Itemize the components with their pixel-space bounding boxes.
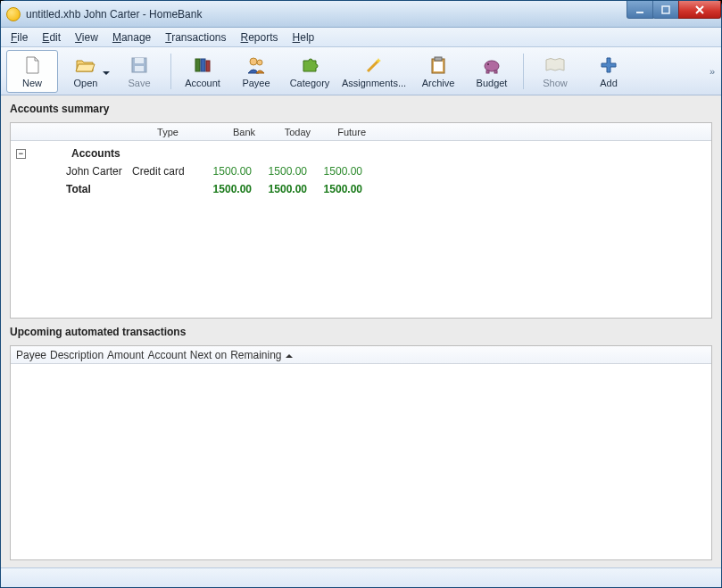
new-button[interactable]: New xyxy=(6,50,58,93)
save-label: Save xyxy=(128,78,150,88)
plus-icon xyxy=(598,54,619,76)
svg-rect-5 xyxy=(195,59,200,71)
puzzle-icon xyxy=(299,54,320,76)
svg-rect-7 xyxy=(206,61,210,71)
assignments-button[interactable]: Assignments... xyxy=(337,50,411,93)
account-button[interactable]: Account xyxy=(177,50,228,93)
accounts-group-row[interactable]: − Accounts xyxy=(16,145,706,162)
total-today-value: 1500.00 xyxy=(252,183,307,195)
svg-point-8 xyxy=(250,58,257,65)
total-label: Total xyxy=(16,183,132,195)
save-icon xyxy=(129,54,150,76)
svg-point-9 xyxy=(257,60,262,65)
accounts-group-label: Accounts xyxy=(31,147,147,160)
account-today-value: 1500.00 xyxy=(252,165,307,178)
save-button[interactable]: Save xyxy=(113,50,165,93)
col-next-on[interactable]: Next on xyxy=(190,349,227,361)
archive-label: Archive xyxy=(422,78,455,88)
svg-rect-0 xyxy=(636,12,643,13)
col-payee[interactable]: Payee xyxy=(16,349,46,361)
wand-icon xyxy=(363,54,385,76)
menu-manage[interactable]: Manage xyxy=(106,29,157,46)
menu-help[interactable]: Help xyxy=(286,29,321,46)
clipboard-icon xyxy=(427,54,449,76)
col-amount[interactable]: Amount xyxy=(107,349,144,361)
statusbar xyxy=(1,567,721,587)
svg-rect-11 xyxy=(435,57,442,61)
svg-rect-12 xyxy=(434,62,443,71)
menu-file[interactable]: File xyxy=(4,29,34,46)
svg-rect-15 xyxy=(486,70,489,73)
payee-label: Payee xyxy=(242,78,270,88)
col-account[interactable]: Account xyxy=(147,349,186,361)
category-button[interactable]: Category xyxy=(284,50,336,93)
maximize-button[interactable] xyxy=(652,1,679,19)
svg-point-13 xyxy=(485,61,499,71)
svg-rect-16 xyxy=(494,70,497,73)
accounts-grid-header: Type Bank Today Future xyxy=(11,123,711,141)
account-label: Account xyxy=(185,78,220,88)
add-button[interactable]: Add xyxy=(583,50,635,93)
account-name: John Carter xyxy=(16,165,132,178)
menubar: File Edit View Manage Transactions Repor… xyxy=(1,28,721,47)
toolbar-overflow[interactable]: » xyxy=(710,66,716,77)
piggybank-icon xyxy=(481,54,502,76)
payee-button[interactable]: Payee xyxy=(230,50,282,93)
assignments-label: Assignments... xyxy=(342,78,406,88)
window-title: untitled.xhb John Carter - HomeBank xyxy=(26,8,202,21)
app-icon xyxy=(6,7,21,21)
account-row[interactable]: John Carter Credit card 1500.00 1500.00 … xyxy=(16,162,706,180)
sort-ascending-icon xyxy=(286,351,293,358)
account-bank-value: 1500.00 xyxy=(196,165,252,178)
category-label: Category xyxy=(290,78,330,88)
main-window: untitled.xhb John Carter - HomeBank File… xyxy=(0,0,722,588)
toolbar: New Open Save Account Payee xyxy=(1,47,721,95)
close-button[interactable] xyxy=(678,1,721,19)
total-bank-value: 1500.00 xyxy=(196,183,252,195)
account-type: Credit card xyxy=(132,165,196,178)
show-button[interactable]: Show xyxy=(529,50,581,93)
menu-reports[interactable]: Reports xyxy=(235,29,285,46)
col-future[interactable]: Future xyxy=(311,127,366,137)
window-controls xyxy=(627,1,721,19)
add-label: Add xyxy=(600,78,618,88)
budget-button[interactable]: Budget xyxy=(466,50,518,93)
book-open-icon xyxy=(544,54,566,76)
col-bank[interactable]: Bank xyxy=(200,127,255,137)
folder-open-icon xyxy=(75,54,96,76)
budget-label: Budget xyxy=(477,78,508,88)
upcoming-title: Upcoming automated transactions xyxy=(10,324,712,340)
account-books-icon xyxy=(192,54,213,76)
open-button[interactable]: Open xyxy=(60,50,112,93)
svg-rect-1 xyxy=(662,6,669,13)
upcoming-grid-header: Payee Description Amount Account Next on… xyxy=(11,346,711,364)
titlebar: untitled.xhb John Carter - HomeBank xyxy=(1,1,721,28)
svg-point-14 xyxy=(487,63,489,65)
toolbar-separator xyxy=(170,54,171,89)
menu-view[interactable]: View xyxy=(69,29,104,46)
new-label: New xyxy=(22,78,42,88)
col-type[interactable]: Type xyxy=(136,127,200,137)
upcoming-grid-body xyxy=(11,364,711,559)
toolbar-separator xyxy=(523,54,524,89)
upcoming-panel: Payee Description Amount Account Next on… xyxy=(10,345,712,560)
svg-rect-4 xyxy=(135,66,144,71)
account-future-value: 1500.00 xyxy=(307,165,362,178)
col-description[interactable]: Description xyxy=(50,349,104,361)
svg-rect-3 xyxy=(135,58,144,63)
collapse-icon[interactable]: − xyxy=(16,149,26,159)
col-today[interactable]: Today xyxy=(255,127,311,137)
menu-edit[interactable]: Edit xyxy=(36,29,67,46)
accounts-total-row: Total 1500.00 1500.00 1500.00 xyxy=(16,180,706,198)
accounts-panel: Type Bank Today Future − Accounts John C… xyxy=(10,122,712,319)
archive-button[interactable]: Archive xyxy=(412,50,464,93)
people-icon xyxy=(245,54,267,76)
total-future-value: 1500.00 xyxy=(307,183,362,195)
open-label: Open xyxy=(74,78,98,88)
col-remaining[interactable]: Remaining xyxy=(230,349,281,361)
svg-rect-6 xyxy=(201,59,205,71)
document-new-icon xyxy=(21,54,43,76)
client-area: Accounts summary Type Bank Today Future … xyxy=(1,95,721,567)
minimize-button[interactable] xyxy=(627,1,653,19)
menu-transactions[interactable]: Transactions xyxy=(159,29,232,46)
